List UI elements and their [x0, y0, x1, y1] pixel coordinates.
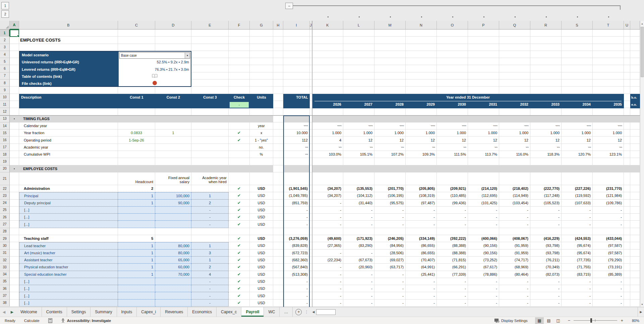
cell-N18[interactable]: 109.3%	[406, 151, 437, 158]
view-page-layout-button[interactable]: ▤	[544, 317, 553, 324]
cell-E29[interactable]	[191, 235, 229, 242]
cell-D29[interactable]	[155, 235, 191, 242]
cell-M12[interactable]	[374, 108, 406, 115]
cell-M16[interactable]: 12	[374, 137, 406, 144]
cell-N24[interactable]: (97,487)	[406, 200, 437, 207]
cell-Q13[interactable]	[499, 115, 530, 122]
cell-D13[interactable]	[155, 115, 191, 122]
cell-V13[interactable]	[630, 115, 640, 122]
cell-S24[interactable]: (107,633)	[562, 200, 593, 207]
cell-T20[interactable]	[593, 165, 624, 172]
cell-F18[interactable]	[229, 151, 250, 158]
cell-R15[interactable]: 1.000	[530, 129, 562, 137]
cell-P26[interactable]: -	[468, 214, 499, 221]
cell-T5[interactable]	[593, 58, 624, 65]
cell-T17[interactable]: ~~	[593, 144, 624, 151]
row-header-31[interactable]: 31	[0, 250, 10, 257]
cell-G38[interactable]: USD	[250, 300, 273, 307]
cell-A12[interactable]	[10, 108, 19, 115]
cell-V29[interactable]	[630, 235, 640, 242]
cell-A8[interactable]	[10, 79, 19, 87]
cell-O35[interactable]: -	[437, 278, 468, 285]
row-header-20[interactable]: 20	[0, 165, 10, 172]
cell-C38[interactable]	[118, 300, 155, 307]
cell-R19[interactable]	[530, 158, 562, 165]
cell-N32[interactable]: (70,407)	[406, 257, 437, 264]
cell-M9[interactable]	[374, 87, 406, 94]
cell-D14[interactable]	[155, 122, 191, 129]
cell-I6[interactable]	[283, 65, 310, 72]
cell-T25[interactable]: -	[593, 207, 624, 214]
cell-G13[interactable]	[250, 115, 273, 122]
cell-V18[interactable]	[630, 151, 640, 158]
cell-N15[interactable]: 1.000	[406, 129, 437, 137]
cell-B24[interactable]: Deputy principal	[19, 200, 118, 207]
cell-S32[interactable]: (77,735)	[562, 257, 593, 264]
cell-C13[interactable]	[118, 115, 155, 122]
cell-G14[interactable]: year	[250, 122, 273, 129]
cell-G15[interactable]: x	[250, 129, 273, 137]
column-header-P[interactable]: P	[468, 21, 499, 30]
cell-L19[interactable]	[343, 158, 374, 165]
dropdown-arrow-icon[interactable]: ▼	[185, 53, 190, 58]
cell-K9[interactable]	[312, 87, 343, 94]
cell-S13[interactable]	[562, 115, 593, 122]
cell-D38[interactable]	[155, 300, 191, 307]
cell-U22[interactable]	[624, 185, 630, 192]
cell-K5[interactable]	[312, 58, 343, 65]
cell-L13[interactable]	[343, 115, 374, 122]
cell-T28[interactable]	[593, 228, 624, 235]
cell-U2[interactable]	[624, 37, 630, 44]
cell-N25[interactable]: -	[406, 207, 437, 214]
cell-V2[interactable]	[630, 37, 640, 44]
active-cell-a1[interactable]	[10, 30, 19, 37]
sheet-tab-inputs[interactable]: Inputs	[117, 307, 137, 317]
row-header-11[interactable]: 11	[0, 101, 10, 108]
cell-O19[interactable]	[437, 158, 468, 165]
cell-U12[interactable]	[624, 108, 630, 115]
file-checks-status-icon[interactable]	[119, 81, 191, 85]
sheet-tab-revenues[interactable]: Revenues	[161, 307, 188, 317]
cell-F12[interactable]	[229, 108, 250, 115]
cell-J29[interactable]	[310, 235, 312, 242]
cell-C14[interactable]	[118, 122, 155, 129]
cell-V26[interactable]	[630, 214, 640, 221]
cell-K28[interactable]	[312, 228, 343, 235]
cell-R4[interactable]	[530, 51, 562, 58]
cell-I35[interactable]: -	[283, 278, 310, 285]
cell-R26[interactable]: -	[530, 214, 562, 221]
cell-J26[interactable]	[310, 214, 312, 221]
cell-S37[interactable]: -	[562, 292, 593, 299]
cell-T1[interactable]	[593, 30, 624, 37]
units-header[interactable]: Units	[250, 94, 273, 101]
cell-G2[interactable]	[250, 37, 273, 44]
cell-N27[interactable]: -	[406, 221, 437, 228]
cell-J12[interactable]	[310, 108, 312, 115]
cell-H12[interactable]	[273, 108, 283, 115]
cell-U10[interactable]	[624, 94, 630, 101]
table-of-contents-link[interactable]: Table of contents (link)	[22, 73, 117, 80]
cell-G27[interactable]: USD	[250, 221, 273, 228]
cell-Q21[interactable]	[499, 172, 530, 185]
cell-J21[interactable]	[310, 172, 312, 185]
cell-C26[interactable]	[118, 214, 155, 221]
cell-A37[interactable]	[10, 292, 19, 299]
outline-collapse-button[interactable]: −	[285, 3, 293, 9]
cell-J4[interactable]	[310, 51, 312, 58]
cell-R28[interactable]	[530, 228, 562, 235]
sheet-tab-capexi[interactable]: Capex_i	[137, 307, 161, 317]
cell-H10[interactable]	[273, 94, 283, 101]
cell-E26[interactable]: -	[191, 214, 229, 221]
cell-O2[interactable]	[437, 37, 468, 44]
cell-E37[interactable]: -	[191, 292, 229, 299]
cell-B31[interactable]: Art (music) teacher	[19, 250, 118, 257]
cell-J19[interactable]	[310, 158, 312, 165]
cell-K1[interactable]	[312, 30, 343, 37]
cell-R2[interactable]	[530, 37, 562, 44]
cell-N3[interactable]	[406, 44, 437, 51]
cell-G16[interactable]: 1 - "yes"	[250, 137, 273, 144]
cell-R14[interactable]: ~~~	[530, 122, 562, 129]
cell-D27[interactable]	[155, 221, 191, 228]
cell-G26[interactable]: USD	[250, 214, 273, 221]
cell-E32[interactable]: 1	[191, 257, 229, 264]
